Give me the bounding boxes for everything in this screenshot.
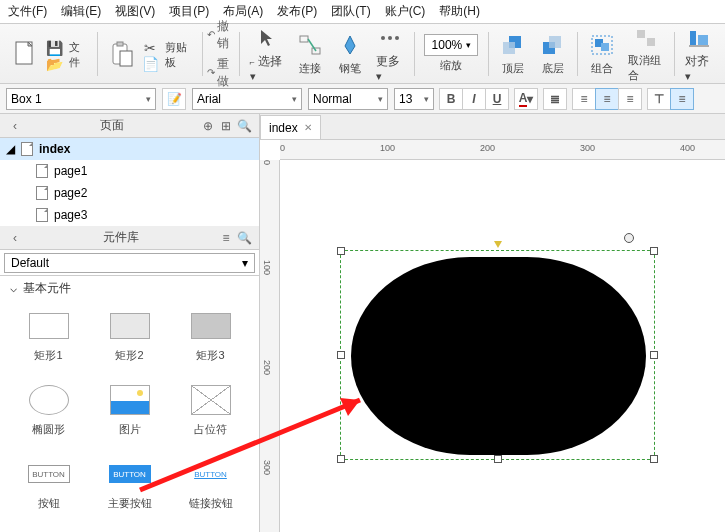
widget-link-button[interactable]: BUTTON链接按钮: [170, 458, 251, 522]
svg-rect-19: [698, 35, 708, 45]
cut-icon[interactable]: ✂: [144, 41, 156, 55]
resize-handle-nw[interactable]: [337, 247, 345, 255]
undo-button[interactable]: ↶ 撤销: [207, 18, 235, 52]
widget-rect1[interactable]: 矩形1: [8, 310, 89, 374]
close-icon[interactable]: ✕: [304, 122, 312, 133]
section-header[interactable]: ⌵基本元件: [0, 276, 259, 300]
collapse-icon[interactable]: ‹: [6, 119, 24, 133]
page-row[interactable]: page1: [0, 160, 259, 182]
bring-front[interactable]: 顶层: [493, 24, 533, 83]
resize-handle-sw[interactable]: [337, 455, 345, 463]
align-right-button[interactable]: ≡: [618, 88, 642, 110]
widget-rect2[interactable]: 矩形2: [89, 310, 170, 374]
page-icon: [36, 186, 48, 200]
page-icon: [21, 142, 33, 156]
svg-rect-4: [300, 36, 308, 42]
menu-file[interactable]: 文件(F): [8, 3, 47, 20]
zoom-group[interactable]: 100%▾ 缩放: [418, 24, 484, 83]
tab-bar: index✕: [260, 114, 725, 140]
add-folder-icon[interactable]: ⊞: [217, 119, 235, 133]
collapse-icon[interactable]: ‹: [6, 231, 24, 245]
font-color-button[interactable]: A ▾: [514, 88, 538, 110]
valign-mid-button[interactable]: ≡: [670, 88, 694, 110]
widget-placeholder[interactable]: 占位符: [170, 384, 251, 448]
svg-rect-12: [549, 36, 561, 48]
zoom-combo[interactable]: 100%▾: [424, 34, 478, 56]
svg-point-7: [388, 36, 392, 40]
menu-account[interactable]: 账户(C): [385, 3, 426, 20]
design-canvas[interactable]: [280, 160, 725, 532]
more-icon: [376, 24, 404, 51]
tab-index[interactable]: index✕: [260, 115, 321, 139]
redo-button[interactable]: ↷ 重做: [207, 56, 235, 90]
library-select[interactable]: Default▾: [4, 253, 255, 273]
notes-icon[interactable]: 📝: [162, 88, 186, 110]
copy-icon[interactable]: 📄: [142, 57, 159, 71]
page-icon: [36, 164, 48, 178]
menu-project[interactable]: 项目(P): [169, 3, 209, 20]
svg-rect-17: [647, 38, 655, 46]
save-icon[interactable]: 💾: [46, 41, 63, 55]
font-weight-combo[interactable]: Normal▾: [308, 88, 388, 110]
widget-image[interactable]: 图片: [89, 384, 170, 448]
select-tool[interactable]: ⌐ 选择 ▾: [244, 24, 290, 83]
align-icon: [685, 24, 713, 51]
group-btn[interactable]: 组合: [582, 24, 622, 83]
file-label: 文件: [69, 40, 87, 70]
align-left-button[interactable]: ≡: [572, 88, 596, 110]
resize-handle-w[interactable]: [337, 351, 345, 359]
ellipse-shape[interactable]: [351, 257, 646, 455]
anchor-handle[interactable]: [494, 241, 502, 249]
selection-box[interactable]: [340, 250, 655, 460]
menu-view[interactable]: 视图(V): [115, 3, 155, 20]
menu-publish[interactable]: 发布(P): [277, 3, 317, 20]
add-page-icon[interactable]: ⊕: [199, 119, 217, 133]
widget-button[interactable]: BUTTON按钮: [8, 458, 89, 522]
separator: [488, 32, 489, 76]
search-icon[interactable]: 🔍: [235, 119, 253, 133]
bold-button[interactable]: B: [439, 88, 463, 110]
chevron-down-icon: ◢: [6, 142, 15, 156]
svg-point-8: [395, 36, 399, 40]
open-icon[interactable]: 📂: [46, 57, 63, 71]
pen-tool[interactable]: 钢笔: [330, 24, 370, 83]
font-family-combo[interactable]: Arial▾: [192, 88, 302, 110]
clipboard-group[interactable]: [102, 24, 142, 83]
underline-button[interactable]: U: [485, 88, 509, 110]
widget-ellipse[interactable]: 椭圆形: [8, 384, 89, 448]
font-size-combo[interactable]: 13▾: [394, 88, 434, 110]
group-icon: [588, 31, 616, 59]
align-center-button[interactable]: ≡: [595, 88, 619, 110]
separator: [202, 32, 203, 76]
page-row[interactable]: page3: [0, 204, 259, 226]
italic-button[interactable]: I: [462, 88, 486, 110]
valign-top-button[interactable]: ⊤: [647, 88, 671, 110]
rotate-handle[interactable]: [624, 233, 634, 243]
menu-team[interactable]: 团队(T): [331, 3, 370, 20]
main-toolbar: 💾 📂 文件 ✂ 📄 剪贴板 ↶ 撤销 ↷ 重做 ⌐ 选择 ▾ 连接 钢笔 更多…: [0, 24, 725, 84]
widget-rect3[interactable]: 矩形3: [170, 310, 251, 374]
align-btn[interactable]: 对齐 ▾: [679, 24, 719, 83]
resize-handle-se[interactable]: [650, 455, 658, 463]
ungroup-icon: [632, 24, 660, 51]
page-row-index[interactable]: ◢index: [0, 138, 259, 160]
menu-edit[interactable]: 编辑(E): [61, 3, 101, 20]
resize-handle-s[interactable]: [494, 455, 502, 463]
widget-primary-button[interactable]: BUTTON主要按钮: [89, 458, 170, 522]
more-tool[interactable]: 更多 ▾: [370, 24, 410, 83]
file-group[interactable]: [6, 24, 46, 83]
connect-tool[interactable]: 连接: [290, 24, 330, 83]
search-icon[interactable]: 🔍: [235, 231, 253, 245]
page-row[interactable]: page2: [0, 182, 259, 204]
separator: [414, 32, 415, 76]
menu-icon[interactable]: ≡: [217, 231, 235, 245]
widget-name-field[interactable]: Box 1▾: [6, 88, 156, 110]
bullets-button[interactable]: ≣: [543, 88, 567, 110]
send-back[interactable]: 底层: [533, 24, 573, 83]
pages-header: ‹ 页面 ⊕ ⊞ 🔍: [0, 114, 259, 138]
menu-help[interactable]: 帮助(H): [439, 3, 480, 20]
resize-handle-e[interactable]: [650, 351, 658, 359]
resize-handle-ne[interactable]: [650, 247, 658, 255]
ungroup-btn[interactable]: 取消组合: [622, 24, 670, 83]
new-file-icon: [12, 40, 40, 68]
